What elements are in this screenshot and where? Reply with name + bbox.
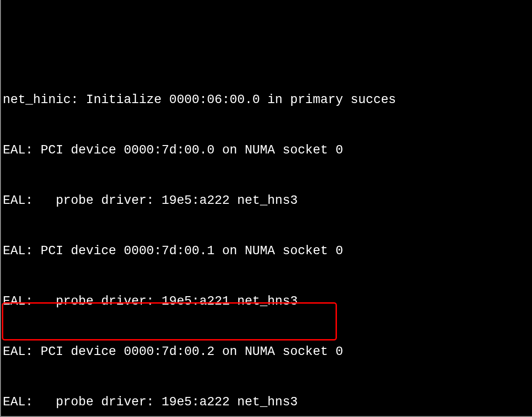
log-line: EAL: probe driver: 19e5:a222 net_hns3	[3, 394, 532, 410]
terminal-output: net_hinic: Initialize 0000:06:00.0 in pr…	[3, 67, 532, 417]
log-line: EAL: PCI device 0000:7d:00.0 on NUMA soc…	[3, 142, 532, 159]
log-line: net_hinic: Initialize 0000:06:00.0 in pr…	[3, 91, 532, 108]
log-line: EAL: probe driver: 19e5:a221 net_hns3	[3, 293, 532, 310]
log-line: EAL: PCI device 0000:7d:00.1 on NUMA soc…	[3, 243, 532, 259]
log-line: EAL: PCI device 0000:7d:00.2 on NUMA soc…	[3, 343, 532, 360]
log-line: EAL: probe driver: 19e5:a222 net_hns3	[3, 192, 532, 209]
